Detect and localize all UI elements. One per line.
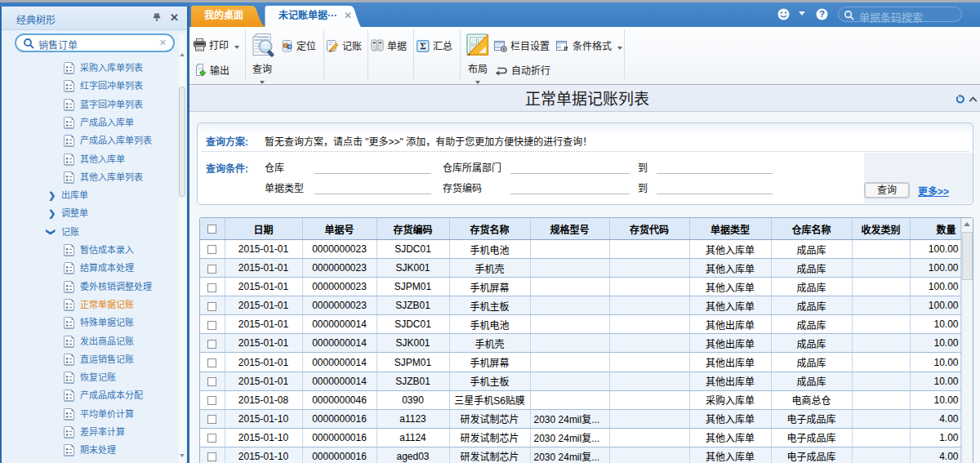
svg-text:If: If — [564, 45, 568, 52]
svg-text:Σ: Σ — [420, 41, 425, 51]
svg-text:?: ? — [819, 9, 825, 19]
